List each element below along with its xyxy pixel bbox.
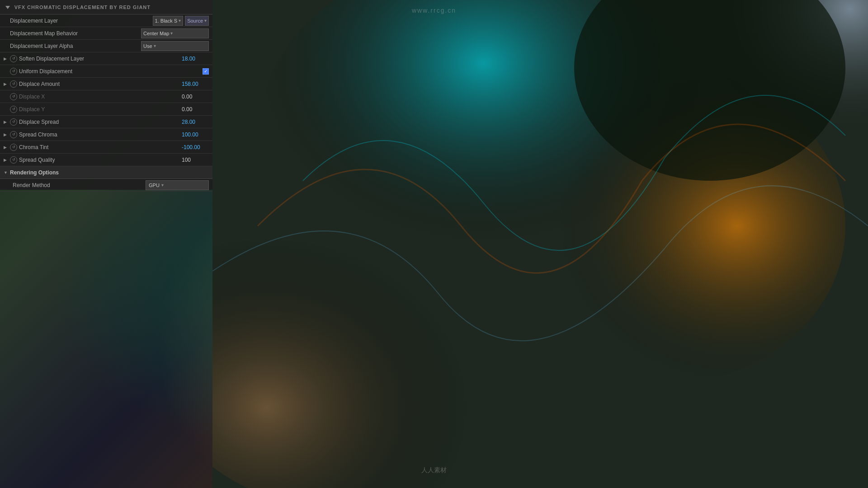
displace-x-row[interactable]: ↺ Displace X 0.00: [0, 90, 212, 103]
displacement-layer-value: 1. Black S: [155, 18, 178, 23]
spread-quality-value[interactable]: 100: [182, 157, 209, 163]
rendering-options-label: Rendering Options: [10, 169, 59, 176]
spread-quality-label: Spread Quality: [19, 157, 182, 163]
displacement-map-behavior-value: Center Map: [143, 31, 169, 36]
uniform-displacement-label: Uniform Displacement: [19, 68, 203, 75]
soften-displacement-row[interactable]: ▶ ↺ Soften Displacement Layer 18.00: [0, 52, 212, 65]
rendering-options-section[interactable]: ▼ Rendering Options: [0, 166, 212, 179]
panel-title: VFX CHROMATIC DISPLACEMENT BY RED GIANT: [14, 5, 151, 10]
spread-chroma-label: Spread Chroma: [19, 131, 182, 138]
render-method-arrow-icon: ▾: [161, 183, 164, 188]
displace-spread-label: Displace Spread: [19, 119, 182, 125]
source-arrow-icon: ▾: [204, 18, 207, 23]
chroma-tint-label: Chroma Tint: [19, 144, 182, 150]
displace-spread-row[interactable]: ▶ ↺ Displace Spread 28.00: [0, 116, 212, 128]
displacement-layer-alpha-dropdown[interactable]: Use ▾: [141, 41, 209, 51]
render-method-label: Render Method: [13, 182, 146, 188]
uniform-displacement-row[interactable]: ↺ Uniform Displacement ✓: [0, 65, 212, 78]
displace-spread-reset-icon[interactable]: ↺: [10, 118, 17, 126]
displace-amount-label: Displace Amount: [19, 81, 182, 87]
uniform-reset-icon[interactable]: ↺: [10, 68, 17, 75]
displacement-layer-dropdown[interactable]: 1. Black S ▾: [153, 16, 184, 26]
displacement-layer-alpha-value: Use: [143, 43, 152, 49]
render-method-dropdown[interactable]: GPU ▾: [146, 180, 209, 190]
displace-y-value[interactable]: 0.00: [182, 106, 209, 113]
source-button[interactable]: Source ▾: [185, 16, 209, 26]
displacement-layer-alpha-row: Displacement Layer Alpha Use ▾: [0, 40, 212, 52]
uniform-displacement-checkbox[interactable]: ✓: [203, 68, 209, 75]
displacement-map-behavior-row: Displacement Map Behavior Center Map ▾: [0, 27, 212, 40]
source-label: Source: [187, 18, 203, 23]
displacement-map-behavior-label: Displacement Map Behavior: [10, 30, 141, 37]
spread-quality-expand-icon[interactable]: ▶: [4, 158, 10, 162]
spread-chroma-reset-icon[interactable]: ↺: [10, 131, 17, 138]
spread-chroma-expand-icon[interactable]: ▶: [4, 132, 10, 137]
displace-spread-expand-icon[interactable]: ▶: [4, 120, 10, 124]
dropdown-arrow-icon: ▾: [179, 18, 181, 23]
spread-quality-row[interactable]: ▶ ↺ Spread Quality 100: [0, 154, 212, 166]
displace-amount-row[interactable]: ▶ ↺ Displace Amount 158.00: [0, 78, 212, 90]
watermark-top: www.rrcg.cn: [412, 7, 456, 14]
displacement-map-behavior-dropdown[interactable]: Center Map ▾: [141, 28, 209, 38]
chroma-tint-expand-icon[interactable]: ▶: [4, 145, 10, 150]
displace-amount-reset-icon[interactable]: ↺: [10, 80, 17, 88]
panel-title-bar: VFX CHROMATIC DISPLACEMENT BY RED GIANT: [0, 0, 212, 14]
displace-x-label: Displace X: [19, 94, 182, 100]
displacement-layer-row: Displacement Layer 1. Black S ▾ Source ▾: [0, 14, 212, 27]
displacement-layer-controls: 1. Black S ▾ Source ▾: [153, 16, 209, 26]
displace-y-row[interactable]: ↺ Displace Y 0.00: [0, 103, 212, 116]
displacement-layer-label: Displacement Layer: [10, 18, 153, 24]
render-method-value: GPU: [149, 183, 160, 188]
alpha-arrow-icon: ▾: [154, 43, 156, 48]
displace-spread-value[interactable]: 28.00: [182, 119, 209, 125]
check-icon: ✓: [204, 69, 208, 74]
effects-panel: VFX CHROMATIC DISPLACEMENT BY RED GIANT …: [0, 0, 212, 190]
effect-overlay: [212, 0, 868, 488]
chroma-tint-value[interactable]: -100.00: [182, 144, 209, 150]
displace-amount-value[interactable]: 158.00: [182, 81, 209, 87]
spread-quality-reset-icon[interactable]: ↺: [10, 156, 17, 164]
chroma-tint-reset-icon[interactable]: ↺: [10, 144, 17, 151]
displacement-layer-alpha-label: Displacement Layer Alpha: [10, 43, 141, 49]
rendering-options-expand-icon[interactable]: ▼: [4, 170, 10, 175]
render-method-row: Render Method GPU ▾: [0, 179, 212, 192]
title-triangle-icon: [5, 6, 10, 9]
spread-chroma-row[interactable]: ▶ ↺ Spread Chroma 100.00: [0, 128, 212, 141]
displace-y-label: Displace Y: [19, 106, 182, 113]
map-behavior-arrow-icon: ▾: [170, 31, 173, 36]
displace-amount-expand-icon[interactable]: ▶: [4, 82, 10, 86]
displace-x-value[interactable]: 0.00: [182, 94, 209, 100]
soften-displacement-label: Soften Displacement Layer: [19, 56, 182, 62]
soften-reset-icon[interactable]: ↺: [10, 55, 17, 62]
spread-chroma-value[interactable]: 100.00: [182, 131, 209, 138]
chroma-tint-row[interactable]: ▶ ↺ Chroma Tint -100.00: [0, 141, 212, 154]
watermark-bottom: 人人素材: [421, 466, 447, 474]
soften-displacement-value[interactable]: 18.00: [182, 56, 209, 62]
displace-y-reset-icon[interactable]: ↺: [10, 106, 17, 113]
displace-x-reset-icon[interactable]: ↺: [10, 93, 17, 100]
soften-expand-icon[interactable]: ▶: [4, 56, 10, 61]
